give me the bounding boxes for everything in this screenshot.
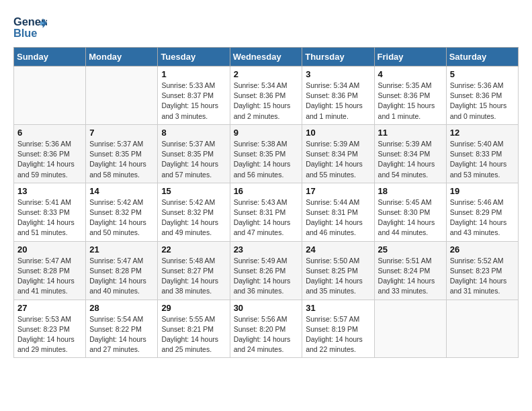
day-number: 16 [234, 186, 299, 196]
day-info: Sunrise: 5:42 AM Sunset: 8:32 PM Dayligh… [161, 197, 226, 238]
day-info: Sunrise: 5:42 AM Sunset: 8:32 PM Dayligh… [89, 197, 154, 238]
calendar-cell: 28Sunrise: 5:54 AM Sunset: 8:22 PM Dayli… [86, 300, 158, 358]
day-info: Sunrise: 5:55 AM Sunset: 8:21 PM Dayligh… [161, 314, 226, 355]
day-number: 27 [17, 303, 82, 313]
day-info: Sunrise: 5:39 AM Sunset: 8:34 PM Dayligh… [306, 139, 370, 180]
day-info: Sunrise: 5:50 AM Sunset: 8:25 PM Dayligh… [306, 256, 370, 297]
day-number: 24 [306, 244, 370, 255]
day-info: Sunrise: 5:37 AM Sunset: 8:35 PM Dayligh… [89, 139, 154, 180]
day-number: 13 [17, 186, 82, 196]
day-number: 4 [378, 69, 443, 79]
calendar-week-row: 27Sunrise: 5:53 AM Sunset: 8:23 PM Dayli… [14, 300, 519, 358]
calendar-cell [86, 66, 158, 125]
svg-text:General: General [13, 15, 47, 28]
weekday-header: Friday [374, 48, 446, 66]
calendar-table: SundayMondayTuesdayWednesdayThursdayFrid… [13, 47, 519, 358]
day-info: Sunrise: 5:39 AM Sunset: 8:34 PM Dayligh… [378, 139, 443, 180]
day-info: Sunrise: 5:46 AM Sunset: 8:29 PM Dayligh… [450, 197, 515, 238]
day-number: 8 [161, 128, 226, 138]
day-number: 22 [161, 244, 226, 255]
day-info: Sunrise: 5:35 AM Sunset: 8:36 PM Dayligh… [378, 81, 443, 122]
calendar-cell: 11Sunrise: 5:39 AM Sunset: 8:34 PM Dayli… [374, 124, 446, 183]
day-info: Sunrise: 5:47 AM Sunset: 8:28 PM Dayligh… [17, 256, 82, 297]
day-number: 12 [450, 128, 515, 138]
day-number: 14 [89, 186, 154, 196]
day-number: 29 [161, 303, 226, 313]
day-number: 25 [378, 244, 443, 255]
calendar-week-row: 13Sunrise: 5:41 AM Sunset: 8:33 PM Dayli… [14, 183, 519, 241]
day-number: 2 [234, 69, 299, 79]
day-number: 18 [378, 186, 443, 196]
day-info: Sunrise: 5:56 AM Sunset: 8:20 PM Dayligh… [234, 314, 299, 355]
day-number: 10 [306, 128, 370, 138]
calendar-week-row: 20Sunrise: 5:47 AM Sunset: 8:28 PM Dayli… [14, 241, 519, 300]
day-info: Sunrise: 5:49 AM Sunset: 8:26 PM Dayligh… [234, 256, 299, 297]
day-info: Sunrise: 5:41 AM Sunset: 8:33 PM Dayligh… [17, 197, 82, 238]
calendar-cell: 26Sunrise: 5:52 AM Sunset: 8:23 PM Dayli… [446, 241, 518, 300]
calendar-cell: 1Sunrise: 5:33 AM Sunset: 8:37 PM Daylig… [158, 66, 230, 125]
day-number: 6 [17, 128, 82, 138]
day-info: Sunrise: 5:53 AM Sunset: 8:23 PM Dayligh… [17, 314, 82, 355]
calendar-body: 1Sunrise: 5:33 AM Sunset: 8:37 PM Daylig… [14, 66, 519, 358]
calendar-cell: 5Sunrise: 5:36 AM Sunset: 8:36 PM Daylig… [446, 66, 518, 125]
day-info: Sunrise: 5:34 AM Sunset: 8:36 PM Dayligh… [306, 81, 370, 122]
day-number: 15 [161, 186, 226, 196]
day-info: Sunrise: 5:37 AM Sunset: 8:35 PM Dayligh… [161, 139, 226, 180]
day-number: 31 [306, 303, 370, 313]
calendar-cell: 9Sunrise: 5:38 AM Sunset: 8:35 PM Daylig… [230, 124, 302, 183]
weekday-header: Thursday [302, 48, 374, 66]
day-info: Sunrise: 5:44 AM Sunset: 8:31 PM Dayligh… [306, 197, 370, 238]
calendar-cell: 23Sunrise: 5:49 AM Sunset: 8:26 PM Dayli… [230, 241, 302, 300]
calendar-cell: 2Sunrise: 5:34 AM Sunset: 8:36 PM Daylig… [230, 66, 302, 125]
calendar-cell: 3Sunrise: 5:34 AM Sunset: 8:36 PM Daylig… [302, 66, 374, 125]
day-number: 30 [234, 303, 299, 313]
calendar-cell: 18Sunrise: 5:45 AM Sunset: 8:30 PM Dayli… [374, 183, 446, 241]
calendar-cell: 27Sunrise: 5:53 AM Sunset: 8:23 PM Dayli… [14, 300, 86, 358]
weekday-header: Sunday [14, 48, 86, 66]
day-number: 23 [234, 244, 299, 255]
day-number: 28 [89, 303, 154, 313]
day-info: Sunrise: 5:45 AM Sunset: 8:30 PM Dayligh… [378, 197, 443, 238]
weekday-header: Wednesday [230, 48, 302, 66]
weekday-header: Monday [86, 48, 158, 66]
calendar-cell: 29Sunrise: 5:55 AM Sunset: 8:21 PM Dayli… [158, 300, 230, 358]
calendar-cell: 12Sunrise: 5:40 AM Sunset: 8:33 PM Dayli… [446, 124, 518, 183]
weekday-header: Saturday [446, 48, 518, 66]
calendar-cell: 22Sunrise: 5:48 AM Sunset: 8:27 PM Dayli… [158, 241, 230, 300]
day-number: 7 [89, 128, 154, 138]
logo-icon: General Blue [13, 13, 47, 40]
day-info: Sunrise: 5:48 AM Sunset: 8:27 PM Dayligh… [161, 256, 226, 297]
calendar-cell: 25Sunrise: 5:51 AM Sunset: 8:24 PM Dayli… [374, 241, 446, 300]
page-header: General Blue [13, 13, 519, 40]
svg-text:Blue: Blue [13, 27, 37, 39]
calendar-cell: 14Sunrise: 5:42 AM Sunset: 8:32 PM Dayli… [86, 183, 158, 241]
day-info: Sunrise: 5:38 AM Sunset: 8:35 PM Dayligh… [234, 139, 299, 180]
calendar-cell: 7Sunrise: 5:37 AM Sunset: 8:35 PM Daylig… [86, 124, 158, 183]
calendar-cell: 10Sunrise: 5:39 AM Sunset: 8:34 PM Dayli… [302, 124, 374, 183]
calendar-cell: 15Sunrise: 5:42 AM Sunset: 8:32 PM Dayli… [158, 183, 230, 241]
calendar-cell: 30Sunrise: 5:56 AM Sunset: 8:20 PM Dayli… [230, 300, 302, 358]
day-info: Sunrise: 5:43 AM Sunset: 8:31 PM Dayligh… [234, 197, 299, 238]
calendar-cell: 17Sunrise: 5:44 AM Sunset: 8:31 PM Dayli… [302, 183, 374, 241]
weekday-header: Tuesday [158, 48, 230, 66]
calendar-cell: 6Sunrise: 5:36 AM Sunset: 8:36 PM Daylig… [14, 124, 86, 183]
day-info: Sunrise: 5:40 AM Sunset: 8:33 PM Dayligh… [450, 139, 515, 180]
day-number: 20 [17, 244, 82, 255]
day-info: Sunrise: 5:33 AM Sunset: 8:37 PM Dayligh… [161, 81, 226, 122]
calendar-cell [446, 300, 518, 358]
day-info: Sunrise: 5:52 AM Sunset: 8:23 PM Dayligh… [450, 256, 515, 297]
day-info: Sunrise: 5:47 AM Sunset: 8:28 PM Dayligh… [89, 256, 154, 297]
day-info: Sunrise: 5:51 AM Sunset: 8:24 PM Dayligh… [378, 256, 443, 297]
calendar-cell: 4Sunrise: 5:35 AM Sunset: 8:36 PM Daylig… [374, 66, 446, 125]
calendar-week-row: 6Sunrise: 5:36 AM Sunset: 8:36 PM Daylig… [14, 124, 519, 183]
day-number: 17 [306, 186, 370, 196]
calendar-cell: 21Sunrise: 5:47 AM Sunset: 8:28 PM Dayli… [86, 241, 158, 300]
calendar-header: SundayMondayTuesdayWednesdayThursdayFrid… [14, 48, 519, 66]
day-number: 3 [306, 69, 370, 79]
day-number: 9 [234, 128, 299, 138]
day-info: Sunrise: 5:54 AM Sunset: 8:22 PM Dayligh… [89, 314, 154, 355]
day-info: Sunrise: 5:57 AM Sunset: 8:19 PM Dayligh… [306, 314, 370, 355]
calendar-cell: 16Sunrise: 5:43 AM Sunset: 8:31 PM Dayli… [230, 183, 302, 241]
day-number: 21 [89, 244, 154, 255]
calendar-cell: 8Sunrise: 5:37 AM Sunset: 8:35 PM Daylig… [158, 124, 230, 183]
